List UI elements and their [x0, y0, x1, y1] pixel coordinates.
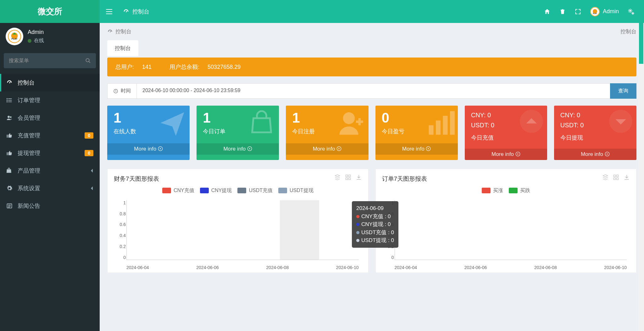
legend-swatch-icon — [162, 188, 171, 193]
scrollbar-thumb[interactable] — [639, 23, 643, 64]
chart-finance: 财务7天图形报表 CNY充值CNY提现USDT充值USDT提现 10.80.60… — [107, 169, 369, 273]
svg-rect-41 — [346, 178, 347, 179]
more-info-link[interactable]: More info — [375, 143, 458, 155]
thumbs-up-icon — [6, 132, 13, 139]
chevron-left-icon — [90, 186, 93, 190]
status-dot-icon — [28, 39, 31, 43]
date-filter: 时间 2024-06-10 00:00:00 - 2024-06-10 23:5… — [107, 83, 636, 99]
svg-point-24 — [632, 13, 634, 14]
user-status: 在线 — [28, 37, 44, 44]
svg-rect-31 — [436, 121, 441, 135]
more-info-link[interactable]: More info — [197, 143, 279, 155]
svg-point-8 — [7, 98, 8, 99]
query-button[interactable]: 查询 — [610, 83, 636, 99]
chart-data-view-icon[interactable] — [602, 174, 608, 180]
chart-grid-icon[interactable] — [613, 174, 619, 180]
legend-label: USDT提现 — [290, 187, 314, 194]
legend-item[interactable]: 买涨 — [482, 187, 503, 194]
fullscreen-icon[interactable] — [575, 8, 581, 15]
legend-swatch-icon — [509, 188, 518, 193]
svg-rect-18 — [106, 11, 112, 12]
svg-rect-30 — [429, 125, 433, 135]
more-info-link[interactable]: More info — [107, 143, 190, 155]
svg-rect-19 — [106, 14, 112, 14]
sidebar-badge: 0 — [85, 132, 93, 139]
sidebar-item-label: 控制台 — [18, 79, 35, 86]
legend-label: 买涨 — [493, 187, 503, 194]
home-icon[interactable] — [544, 8, 551, 15]
svg-point-10 — [7, 102, 8, 102]
svg-point-11 — [8, 116, 10, 118]
svg-point-23 — [630, 10, 631, 12]
chart-download-icon[interactable] — [624, 174, 630, 180]
top-user[interactable]: PLAY Admin — [590, 7, 619, 16]
more-info-link[interactable]: More info — [465, 149, 547, 160]
chart-tooltip: 2024-06-09 CNY充值 : 0CNY提现 : 0USDT充值 : 0U… — [352, 201, 398, 248]
avatar-small: PLAY — [590, 7, 600, 16]
top-user-name: Admin — [603, 8, 619, 15]
chart-orders: 订单7天图形报表 买涨买跌 10.80.60.40.20 2024-06-042… — [375, 169, 637, 273]
bag-icon — [247, 109, 276, 137]
legend-swatch-icon — [482, 188, 491, 193]
stats-row: 1在线人数More info 1今日订单More info 1今日注册More … — [107, 106, 636, 160]
sidebar-item-1[interactable]: 订单管理 — [0, 91, 100, 109]
news-icon — [6, 203, 13, 209]
sidebar: 微交所 PLAY Admin 在线 控制台订单管理会员管理充值管理0提现管理0产… — [0, 0, 100, 331]
chart-download-icon[interactable] — [356, 174, 362, 180]
svg-rect-33 — [450, 111, 455, 135]
chart-data-view-icon[interactable] — [334, 174, 341, 180]
chart-plot[interactable] — [395, 200, 627, 260]
search-icon[interactable] — [85, 58, 91, 63]
svg-rect-42 — [348, 178, 350, 179]
breadcrumb-right: 控制台 — [620, 28, 636, 35]
sidebar-toggle-button[interactable] — [100, 0, 119, 23]
sidebar-item-7[interactable]: 新闻公告 — [0, 197, 100, 215]
dashboard-icon — [6, 80, 13, 86]
chart-legend: 买涨买跌 — [376, 185, 636, 197]
chart-grid-icon[interactable] — [345, 174, 351, 180]
stat-box-2: 1今日注册More info — [286, 106, 368, 160]
legend-item[interactable]: CNY充值 — [162, 187, 194, 194]
svg-point-12 — [10, 116, 12, 118]
sidebar-item-label: 系统设置 — [18, 185, 40, 192]
legend-label: 买跌 — [520, 187, 530, 194]
scrollbar[interactable] — [638, 23, 644, 331]
sidebar-item-6[interactable]: 系统设置 — [0, 179, 100, 197]
trash-icon[interactable] — [559, 8, 566, 15]
more-info-link[interactable]: More info — [554, 149, 636, 160]
tab-dashboard[interactable]: 控制台 — [107, 40, 138, 56]
sidebar-item-2[interactable]: 会员管理 — [0, 109, 100, 127]
sidebar-item-label: 提现管理 — [18, 149, 40, 157]
sidebar-item-5[interactable]: 产品管理 — [0, 162, 100, 179]
chart-plot[interactable] — [126, 200, 359, 260]
search-input[interactable] — [9, 58, 85, 63]
sidebar-item-label: 新闻公告 — [18, 202, 40, 210]
tooltip-row: USDT提现 : 0 — [356, 236, 394, 245]
sidebar-item-label: 充值管理 — [18, 132, 40, 139]
legend-item[interactable]: USDT提现 — [278, 187, 314, 194]
circle-up-icon — [519, 109, 544, 134]
sidebar-badge: 0 — [85, 150, 93, 156]
stat-box-5: CNY: 0USDT: 0今日提现More info — [554, 106, 636, 160]
tooltip-row: CNY提现 : 0 — [356, 220, 394, 229]
stat-box-0: 1在线人数More info — [107, 106, 190, 160]
gears-icon[interactable] — [628, 8, 635, 15]
tooltip-date: 2024-06-09 — [356, 204, 394, 212]
tooltip-row: USDT充值 : 0 — [356, 229, 394, 237]
more-info-link[interactable]: More info — [286, 143, 368, 155]
date-label: 时间 — [107, 83, 136, 99]
users-icon — [6, 115, 13, 121]
chart-highlight-band — [280, 200, 319, 260]
search-box[interactable] — [4, 53, 96, 68]
sidebar-item-4[interactable]: 提现管理0 — [0, 144, 100, 162]
plane-icon — [158, 109, 186, 137]
chart-title: 订单7天图形报表 — [376, 169, 636, 185]
legend-item[interactable]: USDT充值 — [237, 187, 273, 194]
legend-item[interactable]: 买跌 — [509, 187, 530, 194]
sidebar-item-3[interactable]: 充值管理0 — [0, 127, 100, 144]
tooltip-row: CNY充值 : 0 — [356, 212, 394, 221]
sidebar-item-0[interactable]: 控制台 — [0, 74, 100, 91]
svg-rect-39 — [346, 175, 347, 177]
date-range-input[interactable]: 2024-06-10 00:00:00 - 2024-06-10 23:59:5… — [136, 83, 610, 99]
legend-item[interactable]: CNY提现 — [200, 187, 232, 194]
